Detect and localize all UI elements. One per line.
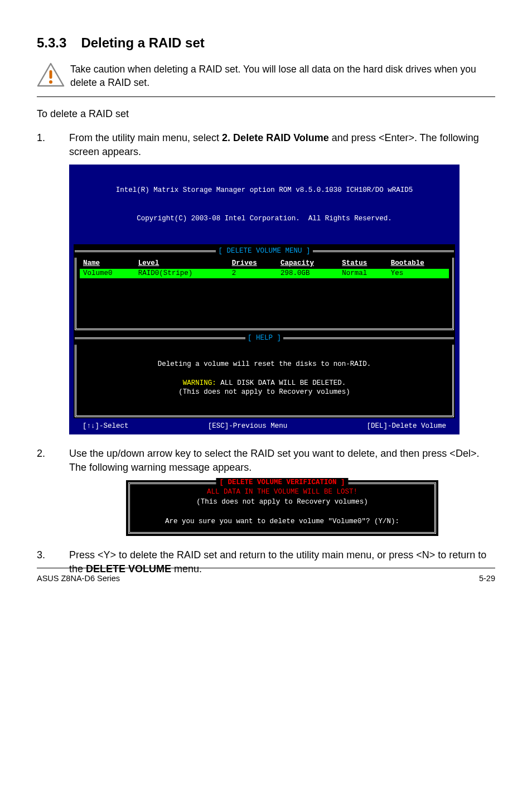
divider (37, 96, 495, 97)
verification-screenshot: [ DELETE VOLUME VERIFICATION ] ALL DATA … (69, 480, 495, 536)
procedure-intro: To delete a RAID set (37, 107, 495, 121)
section-title: Deleting a RAID set (81, 33, 204, 52)
step-2: 2. Use the up/down arrow key to select t… (37, 447, 495, 475)
step1-text-a: From the utility main menu, select (69, 132, 222, 143)
cell-status: Normal (338, 269, 387, 278)
svg-point-2 (49, 80, 52, 84)
help-warning-prefix: WARNING: (183, 379, 216, 387)
table-row[interactable]: Volume0 RAID0(Stripe) 2 298.0GB Normal Y… (80, 269, 449, 278)
bios-header-line1: Intel(R) Matrix Storage Manager option R… (69, 186, 460, 195)
col-status: Status (338, 259, 387, 269)
help-warning-line: WARNING: ALL DISK DATA WILL BE DELETED. (82, 379, 447, 388)
bios-header: Intel(R) Matrix Storage Manager option R… (69, 167, 460, 242)
section-number: 5.3.3 (37, 33, 66, 52)
verify-note: (This does not apply to Recovery volumes… (133, 497, 431, 508)
caution-block: Take caution when deleting a RAID set. Y… (37, 62, 495, 90)
delete-menu-label: [ DELETE VOLUME MENU ] (218, 247, 310, 256)
cell-capacity: 298.0GB (277, 269, 338, 278)
step1-bold: 2. Delete RAID Volume (222, 132, 329, 143)
help-line1: Deleting a volume will reset the disks t… (82, 360, 447, 369)
help-warning-tail: ALL DISK DATA WILL BE DELETED. (216, 379, 346, 387)
section-heading: 5.3.3 Deleting a RAID set (37, 33, 495, 52)
footer-prev: [ESC]-Previous Menu (208, 422, 288, 431)
col-bootable: Bootable (388, 259, 449, 269)
delete-menu-box: Name Level Drives Capacity Status Bootab… (75, 258, 454, 330)
step-body: From the utility main menu, select 2. De… (69, 131, 495, 159)
bios-footer: [↑↓]-Select [ESC]-Previous Menu [DEL]-De… (69, 418, 460, 431)
bios-screenshot: Intel(R) Matrix Storage Manager option R… (69, 165, 495, 434)
verify-box: [ DELETE VOLUME VERIFICATION ] ALL DATA … (128, 482, 436, 534)
help-box: Deleting a volume will reset the disks t… (75, 345, 454, 417)
col-level: Level (135, 259, 229, 269)
help-title-line: [ HELP ] (74, 334, 455, 345)
col-name: Name (80, 259, 135, 269)
step-1: 1. From the utility main menu, select 2.… (37, 131, 495, 159)
verify-title: [ DELETE VOLUME VERIFICATION ] (216, 478, 348, 488)
page-footer: ASUS Z8NA-D6 Series 5-29 (37, 568, 495, 584)
help-body: Deleting a volume will reset the disks t… (80, 346, 449, 405)
col-capacity: Capacity (277, 259, 338, 269)
verify-warning: ALL DATA IN THE VOLUME WILL BE LOST! (133, 487, 431, 497)
cell-drives: 2 (229, 269, 277, 278)
delete-menu-title-line: [ DELETE VOLUME MENU ] (74, 247, 455, 258)
step-number: 1. (37, 131, 52, 159)
verify-screen: [ DELETE VOLUME VERIFICATION ] ALL DATA … (126, 480, 438, 536)
cell-bootable: Yes (388, 269, 449, 278)
step-number: 2. (37, 447, 52, 475)
help-line2: (This does not apply to Recovery volumes… (82, 388, 447, 397)
volume-table: Name Level Drives Capacity Status Bootab… (80, 259, 449, 278)
cell-level: RAID0(Stripe) (135, 269, 229, 278)
bios-body: [ DELETE VOLUME MENU ] Name Level Drives… (74, 244, 455, 418)
footer-delete: [DEL]-Delete Volume (366, 422, 446, 431)
step-body: Use the up/down arrow key to select the … (69, 447, 495, 475)
caution-text: Take caution when deleting a RAID set. Y… (37, 62, 495, 90)
bios-header-line2: Copyright(C) 2003-08 Intel Corporation. … (69, 214, 460, 224)
verify-prompt: Are you sure you want to delete volume "… (133, 517, 431, 527)
verify-body: ALL DATA IN THE VOLUME WILL BE LOST! (Th… (133, 487, 431, 526)
cell-name: Volume0 (80, 269, 135, 278)
footer-product: ASUS Z8NA-D6 Series (37, 573, 120, 584)
footer-select: [↑↓]-Select (83, 422, 129, 431)
footer-page: 5-29 (479, 573, 495, 584)
help-label: [ HELP ] (248, 334, 281, 343)
table-header-row: Name Level Drives Capacity Status Bootab… (80, 259, 449, 269)
bios-screen: Intel(R) Matrix Storage Manager option R… (69, 165, 460, 434)
svg-rect-1 (50, 70, 52, 79)
col-drives: Drives (229, 259, 277, 269)
